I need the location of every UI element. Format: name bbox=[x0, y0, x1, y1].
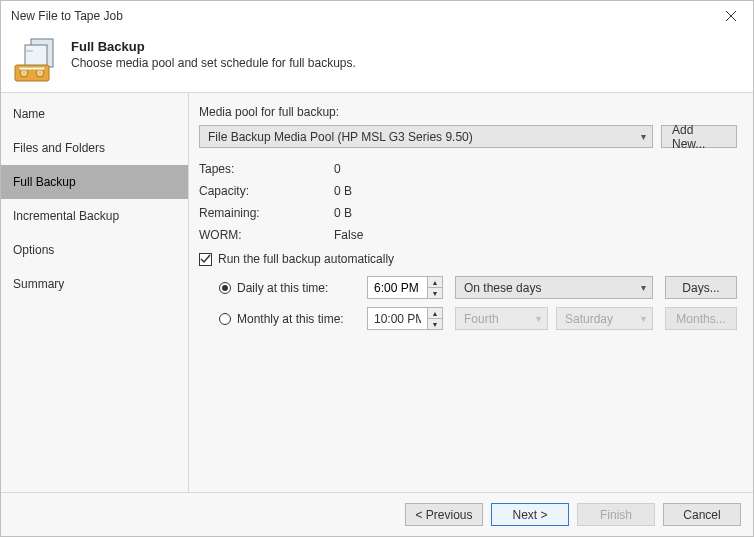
finish-button: Finish bbox=[577, 503, 655, 526]
wizard-sidebar: Name Files and Folders Full Backup Incre… bbox=[1, 93, 189, 493]
media-pool-stats: Tapes:0 Capacity:0 B Remaining:0 B WORM:… bbox=[199, 162, 737, 242]
sidebar-item-name[interactable]: Name bbox=[1, 97, 188, 131]
stat-tapes-label: Tapes: bbox=[199, 162, 334, 176]
daily-days-value: On these days bbox=[464, 281, 541, 295]
daily-radio[interactable] bbox=[219, 282, 231, 294]
daily-label: Daily at this time: bbox=[237, 281, 367, 295]
monthly-ordinal-select: Fourth ▾ bbox=[455, 307, 548, 330]
page-subheading: Choose media pool and set schedule for f… bbox=[71, 56, 356, 70]
media-pool-select[interactable]: File Backup Media Pool (HP MSL G3 Series… bbox=[199, 125, 653, 148]
arrow-down-icon[interactable]: ▼ bbox=[428, 288, 442, 298]
stat-tapes-value: 0 bbox=[334, 162, 341, 176]
close-button[interactable] bbox=[709, 1, 753, 31]
media-pool-label: Media pool for full backup: bbox=[199, 105, 339, 119]
daily-time-input[interactable] bbox=[367, 276, 427, 299]
stat-capacity-value: 0 B bbox=[334, 184, 352, 198]
monthly-label: Monthly at this time: bbox=[237, 312, 367, 326]
months-button: Months... bbox=[665, 307, 737, 330]
arrow-down-icon[interactable]: ▼ bbox=[428, 319, 442, 329]
chevron-down-icon: ▾ bbox=[536, 313, 541, 324]
monthly-ordinal-value: Fourth bbox=[464, 312, 499, 326]
window-title: New File to Tape Job bbox=[11, 9, 123, 23]
sidebar-item-summary[interactable]: Summary bbox=[1, 267, 188, 301]
monthly-radio[interactable] bbox=[219, 313, 231, 325]
monthly-day-value: Saturday bbox=[565, 312, 613, 326]
tape-icon bbox=[13, 37, 63, 85]
titlebar: New File to Tape Job bbox=[1, 1, 753, 31]
arrow-up-icon[interactable]: ▲ bbox=[428, 308, 442, 319]
spinner-arrows[interactable]: ▲ ▼ bbox=[427, 307, 443, 330]
days-button[interactable]: Days... bbox=[665, 276, 737, 299]
cancel-button[interactable]: Cancel bbox=[663, 503, 741, 526]
monthly-time-spinner[interactable]: ▲ ▼ bbox=[367, 307, 443, 330]
sidebar-item-files-and-folders[interactable]: Files and Folders bbox=[1, 131, 188, 165]
monthly-day-select: Saturday ▾ bbox=[556, 307, 653, 330]
sidebar-item-incremental-backup[interactable]: Incremental Backup bbox=[1, 199, 188, 233]
wizard-header: Full Backup Choose media pool and set sc… bbox=[1, 31, 753, 93]
stat-worm-label: WORM: bbox=[199, 228, 334, 242]
chevron-down-icon: ▾ bbox=[641, 282, 646, 293]
media-pool-selected-value: File Backup Media Pool (HP MSL G3 Series… bbox=[208, 130, 473, 144]
daily-time-spinner[interactable]: ▲ ▼ bbox=[367, 276, 443, 299]
stat-remaining-label: Remaining: bbox=[199, 206, 334, 220]
chevron-down-icon: ▾ bbox=[641, 131, 646, 142]
arrow-up-icon[interactable]: ▲ bbox=[428, 277, 442, 288]
add-new-button[interactable]: Add New... bbox=[661, 125, 737, 148]
next-button[interactable]: Next > bbox=[491, 503, 569, 526]
daily-days-select[interactable]: On these days ▾ bbox=[455, 276, 653, 299]
run-automatically-label: Run the full backup automatically bbox=[218, 252, 394, 266]
wizard-footer: < Previous Next > Finish Cancel bbox=[1, 492, 753, 536]
stat-capacity-label: Capacity: bbox=[199, 184, 334, 198]
stat-worm-value: False bbox=[334, 228, 363, 242]
wizard-main: Media pool for full backup: File Backup … bbox=[189, 93, 753, 493]
stat-remaining-value: 0 B bbox=[334, 206, 352, 220]
schedule-block: Daily at this time: ▲ ▼ On these days ▾ … bbox=[199, 276, 737, 330]
sidebar-item-options[interactable]: Options bbox=[1, 233, 188, 267]
run-automatically-checkbox[interactable] bbox=[199, 253, 212, 266]
chevron-down-icon: ▾ bbox=[641, 313, 646, 324]
spinner-arrows[interactable]: ▲ ▼ bbox=[427, 276, 443, 299]
previous-button[interactable]: < Previous bbox=[405, 503, 483, 526]
wizard-body: Name Files and Folders Full Backup Incre… bbox=[1, 93, 753, 493]
svg-rect-7 bbox=[19, 67, 45, 70]
page-heading: Full Backup bbox=[71, 39, 356, 54]
monthly-time-input[interactable] bbox=[367, 307, 427, 330]
sidebar-item-full-backup[interactable]: Full Backup bbox=[1, 165, 188, 199]
